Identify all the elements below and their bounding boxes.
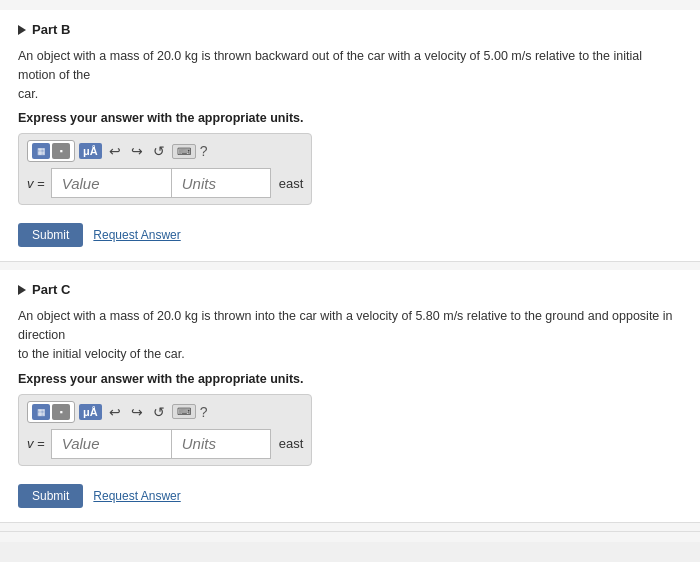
part-b-request-button[interactable]: Request Answer	[93, 228, 180, 242]
kbd-icon-b[interactable]: ⌨	[172, 144, 196, 159]
part-c-problem-text: An object with a mass of 20.0 kg is thro…	[18, 307, 682, 363]
mu-label-b[interactable]: μÅ	[79, 143, 102, 159]
part-b-v-label: v =	[27, 176, 45, 191]
part-c-input-row: v = east	[27, 429, 303, 459]
help-icon-b: ?	[200, 143, 208, 159]
part-b-submit-button[interactable]: Submit	[18, 223, 83, 247]
part-c-units-input[interactable]	[171, 429, 271, 459]
kbd-icon-c[interactable]: ⌨	[172, 404, 196, 419]
triangle-icon-b	[18, 25, 26, 35]
part-c-buttons: Submit Request Answer	[18, 484, 682, 508]
part-c-header: Part C	[18, 282, 682, 297]
part-c-submit-button[interactable]: Submit	[18, 484, 83, 508]
bottom-divider	[0, 531, 700, 532]
reset-button-b[interactable]: ↺	[150, 143, 168, 159]
part-b-buttons: Submit Request Answer	[18, 223, 682, 247]
part-b-east-label: east	[279, 176, 304, 191]
part-b-icon-group: ▦ ▪	[27, 140, 75, 162]
mu-label-c[interactable]: μÅ	[79, 404, 102, 420]
undo-button-c[interactable]: ↩	[106, 404, 124, 420]
part-c-title: Part C	[32, 282, 70, 297]
part-b-answer-box: ▦ ▪ μÅ ↩ ↪ ↺ ⌨ ? v = east	[18, 133, 312, 205]
part-b-value-input[interactable]	[51, 168, 171, 198]
help-icon-c: ?	[200, 404, 208, 420]
page: Part B An object with a mass of 20.0 kg …	[0, 0, 700, 542]
redo-button-c[interactable]: ↪	[128, 404, 146, 420]
triangle-icon-c	[18, 285, 26, 295]
block-icon-c: ▪	[52, 404, 70, 420]
redo-button-b[interactable]: ↪	[128, 143, 146, 159]
part-b-express-label: Express your answer with the appropriate…	[18, 111, 682, 125]
part-b-units-input[interactable]	[171, 168, 271, 198]
part-c-toolbar: ▦ ▪ μÅ ↩ ↪ ↺ ⌨ ?	[27, 401, 303, 423]
part-c-value-input[interactable]	[51, 429, 171, 459]
grid-icon-c: ▦	[32, 404, 50, 420]
part-b-section: Part B An object with a mass of 20.0 kg …	[0, 10, 700, 262]
grid-icon-b: ▦	[32, 143, 50, 159]
part-c-request-button[interactable]: Request Answer	[93, 489, 180, 503]
part-b-header: Part B	[18, 22, 682, 37]
part-c-v-label: v =	[27, 436, 45, 451]
part-c-east-label: east	[279, 436, 304, 451]
part-c-section: Part C An object with a mass of 20.0 kg …	[0, 270, 700, 522]
part-c-express-label: Express your answer with the appropriate…	[18, 372, 682, 386]
reset-button-c[interactable]: ↺	[150, 404, 168, 420]
part-b-input-row: v = east	[27, 168, 303, 198]
part-b-toolbar: ▦ ▪ μÅ ↩ ↪ ↺ ⌨ ?	[27, 140, 303, 162]
undo-button-b[interactable]: ↩	[106, 143, 124, 159]
part-b-title: Part B	[32, 22, 70, 37]
part-b-problem-text: An object with a mass of 20.0 kg is thro…	[18, 47, 682, 103]
block-icon-b: ▪	[52, 143, 70, 159]
part-c-answer-box: ▦ ▪ μÅ ↩ ↪ ↺ ⌨ ? v = east	[18, 394, 312, 466]
part-c-icon-group: ▦ ▪	[27, 401, 75, 423]
